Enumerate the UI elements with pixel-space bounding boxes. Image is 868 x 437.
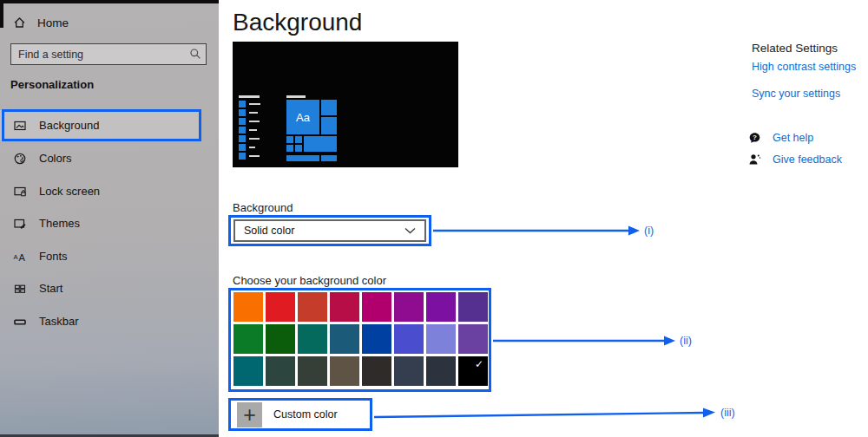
sidebar-item-label: Themes — [39, 217, 80, 230]
color-swatch[interactable] — [394, 292, 424, 322]
dropdown-value: Solid color — [244, 225, 294, 237]
sync-settings-link[interactable]: Sync your settings — [752, 88, 840, 100]
preview-dash — [286, 95, 306, 98]
preview-tile — [239, 101, 246, 108]
sidebar-item-home[interactable]: Home — [12, 12, 186, 33]
preview-tile — [286, 136, 293, 143]
preview-tile — [286, 155, 319, 161]
sidebar-item-background[interactable]: Background — [0, 110, 200, 140]
chat-question-icon: ? — [747, 131, 762, 145]
sidebar-item-lock-screen[interactable]: Lock screen — [0, 176, 208, 206]
preview-tile — [304, 136, 337, 152]
color-swatch[interactable] — [458, 292, 488, 322]
check-icon: ✓ — [475, 358, 483, 370]
annotation-label-ii: (ii) — [680, 335, 692, 347]
preview-tile — [239, 118, 246, 125]
home-icon — [12, 16, 27, 29]
window-edge-top — [0, 0, 219, 3]
themes-icon — [12, 217, 28, 231]
sidebar-item-fonts[interactable]: AA Fonts — [0, 241, 208, 271]
preview-tile — [321, 155, 337, 161]
color-swatch[interactable] — [298, 292, 327, 322]
start-tiles-icon — [12, 282, 28, 296]
color-swatch[interactable] — [233, 292, 263, 322]
color-swatch[interactable] — [330, 356, 359, 386]
preview-dash — [249, 147, 255, 148]
image-icon — [12, 119, 28, 133]
give-feedback-link[interactable]: Give feedback — [747, 153, 842, 166]
lock-screen-icon — [12, 185, 28, 199]
color-swatch[interactable] — [362, 324, 391, 354]
taskbar-icon — [12, 315, 28, 329]
color-swatch[interactable] — [330, 324, 359, 354]
preview-tile — [239, 144, 246, 151]
get-help-label: Get help — [773, 132, 813, 144]
preview-dash — [249, 112, 258, 114]
preview-tile — [286, 145, 293, 152]
preview-thumbnail: Aa — [233, 42, 458, 167]
color-swatch[interactable] — [330, 292, 359, 322]
preview-dash — [249, 138, 260, 140]
color-swatch[interactable] — [298, 356, 327, 386]
svg-text:?: ? — [753, 134, 757, 141]
color-swatch[interactable] — [426, 356, 456, 386]
color-swatch[interactable] — [458, 324, 488, 354]
sidebar-item-label: Start — [39, 282, 62, 295]
color-swatch[interactable] — [394, 356, 424, 386]
color-swatch[interactable] — [233, 356, 263, 386]
sidebar-item-colors[interactable]: Colors — [0, 143, 208, 173]
background-type-dropdown[interactable]: Solid color — [233, 219, 426, 242]
choose-color-label: Choose your background color — [233, 274, 386, 287]
page-title: Background — [233, 9, 362, 36]
color-swatch[interactable] — [362, 356, 391, 386]
preview-dash — [249, 129, 257, 131]
sidebar-item-label: Background — [39, 119, 99, 132]
custom-color-button[interactable]: + Custom color — [231, 400, 370, 429]
svg-text:A: A — [14, 252, 18, 260]
chevron-down-icon — [404, 227, 416, 234]
search-input[interactable] — [10, 43, 207, 65]
sidebar-item-start[interactable]: Start — [0, 273, 208, 303]
preview-aa-label: Aa — [296, 111, 310, 124]
color-swatch[interactable] — [426, 324, 456, 354]
annotation-label-iii: (iii) — [720, 407, 735, 419]
window-edge-left — [0, 0, 3, 28]
color-swatch[interactable] — [266, 324, 295, 354]
sidebar-item-label: Lock screen — [39, 185, 100, 198]
preview-tile — [295, 145, 302, 152]
get-help-link[interactable]: ? Get help — [747, 131, 813, 145]
plus-icon: + — [237, 402, 262, 427]
color-swatch[interactable] — [266, 292, 295, 322]
preview-tile — [239, 109, 246, 116]
preview-tile — [239, 127, 246, 134]
color-swatch[interactable] — [362, 292, 391, 322]
svg-text:A: A — [19, 252, 26, 263]
high-contrast-link[interactable]: High contrast settings — [752, 61, 856, 73]
fonts-icon: AA — [12, 250, 28, 264]
preview-dash — [249, 155, 260, 157]
sidebar-item-themes[interactable]: Themes — [0, 208, 208, 238]
color-swatch[interactable] — [233, 324, 263, 354]
person-feedback-icon — [747, 153, 762, 166]
custom-color-label: Custom color — [273, 408, 338, 421]
color-swatch[interactable] — [394, 324, 424, 354]
color-swatch[interactable] — [426, 292, 456, 322]
annotation-label-i: (i) — [644, 225, 654, 237]
preview-dash — [249, 121, 260, 122]
search-icon — [189, 48, 201, 60]
preview-tile — [239, 153, 246, 160]
sidebar: Home Personalization Background Colors L… — [0, 0, 219, 437]
color-swatch[interactable] — [298, 324, 327, 354]
sidebar-item-taskbar[interactable]: Taskbar — [0, 306, 208, 336]
preview-tile — [295, 136, 302, 143]
related-settings-title: Related Settings — [752, 42, 838, 55]
preview-dash — [239, 95, 260, 98]
color-swatch[interactable] — [266, 356, 295, 386]
sidebar-home-label: Home — [37, 16, 69, 29]
preview-dash — [249, 103, 260, 105]
preview-tile — [321, 100, 337, 115]
preview-aa-tile: Aa — [286, 100, 319, 134]
color-swatch[interactable]: ✓ — [458, 356, 488, 386]
color-grid: ✓ — [233, 292, 488, 386]
give-feedback-label: Give feedback — [773, 153, 842, 166]
